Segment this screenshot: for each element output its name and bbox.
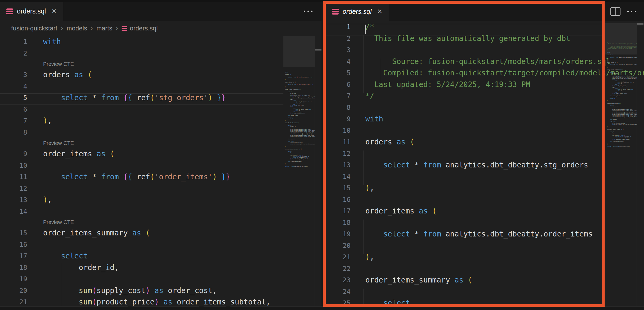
tab-orders-sql-compiled-preview[interactable]: orders.sql ✕ bbox=[326, 2, 389, 21]
right-code-editor[interactable]: 1234567891011121314151617181920212223242… bbox=[323, 21, 644, 310]
code-line: ), bbox=[0, 194, 321, 206]
code-lens-preview-cte-link[interactable]: Preview CTE bbox=[43, 219, 74, 225]
breadcrumb-item-file[interactable]: orders.sql bbox=[122, 25, 158, 32]
code-line: with bbox=[323, 113, 644, 125]
code-lens-row: Preview CTE bbox=[0, 59, 321, 69]
code-lens-row: Preview CTE bbox=[0, 138, 321, 148]
bottom-panel-edge bbox=[0, 306, 644, 310]
code-line: This file was automatically generated by… bbox=[323, 33, 644, 44]
code-line: sum(supply_cost) as order_cost, bbox=[0, 285, 321, 297]
code-line bbox=[323, 102, 644, 113]
code-line bbox=[0, 127, 321, 138]
right-tab-bar: orders.sql ✕ bbox=[323, 2, 644, 21]
vscode-window: orders.sql ✕ fusion-quickstart › models … bbox=[0, 0, 644, 310]
chevron-right-icon: › bbox=[61, 25, 63, 32]
breadcrumb-item-models[interactable]: models bbox=[67, 25, 87, 32]
breadcrumb-item-project[interactable]: fusion-quickstart bbox=[11, 25, 57, 32]
code-line: Compiled: fusion-quickstart/target/compi… bbox=[323, 67, 644, 79]
code-line bbox=[323, 217, 644, 229]
left-minimap[interactable]: with orders as ( select * from {{ ref('s… bbox=[283, 70, 315, 310]
code-line: ), bbox=[323, 182, 644, 194]
close-icon[interactable]: ✕ bbox=[52, 8, 57, 15]
tab-orders-sql-source[interactable]: orders.sql ✕ bbox=[0, 2, 63, 21]
left-code-editor[interactable]: 123456789101112131415161718192021 withPr… bbox=[0, 36, 321, 310]
right-minimap[interactable]: /* This file was automatically generated… bbox=[605, 40, 637, 310]
code-line: order_items_summary as ( bbox=[0, 227, 321, 239]
overview-ruler-cursor-marker bbox=[315, 49, 321, 51]
minimap-slider[interactable] bbox=[605, 23, 637, 54]
left-tab-bar: orders.sql ✕ bbox=[0, 2, 321, 21]
code-line: select bbox=[0, 250, 321, 262]
code-line: ), bbox=[323, 251, 644, 263]
code-line: /* bbox=[323, 21, 644, 33]
code-line bbox=[323, 148, 644, 159]
left-code-content: withPreview CTEorders as ( select * from… bbox=[0, 36, 321, 308]
right-editor-group: orders.sql ✕ 123456789101112131415161718… bbox=[323, 2, 644, 310]
code-line bbox=[323, 171, 644, 183]
more-actions-icon[interactable] bbox=[627, 11, 636, 12]
code-line bbox=[0, 273, 321, 285]
code-line: order_id, bbox=[0, 262, 321, 273]
code-line bbox=[0, 81, 321, 92]
code-line: order_items as ( bbox=[323, 205, 644, 217]
code-line: select * from {{ ref('order_items') }} bbox=[0, 171, 321, 183]
code-line bbox=[323, 286, 644, 298]
code-line: */ bbox=[323, 90, 644, 102]
breadcrumb-item-marts[interactable]: marts bbox=[96, 25, 112, 32]
breadcrumb-file-label: orders.sql bbox=[130, 25, 158, 32]
minimap-slider[interactable] bbox=[283, 36, 315, 67]
chevron-right-icon: › bbox=[91, 25, 93, 32]
code-line bbox=[323, 240, 644, 252]
breadcrumb: fusion-quickstart › models › marts › ord… bbox=[0, 21, 321, 36]
code-line: Last updated: 5/24/2025, 4:19:33 PM bbox=[323, 79, 644, 90]
code-line: order_items as ( bbox=[0, 148, 321, 160]
code-line: with bbox=[0, 36, 321, 48]
close-icon[interactable]: ✕ bbox=[377, 8, 382, 15]
code-lens-preview-cte-link[interactable]: Preview CTE bbox=[43, 140, 74, 146]
code-line bbox=[0, 206, 321, 217]
code-line bbox=[323, 263, 644, 275]
code-line bbox=[0, 239, 321, 250]
code-line: select * from analytics.dbt_dbeatty.stg_… bbox=[323, 159, 644, 171]
code-line: orders as ( bbox=[0, 69, 321, 81]
database-icon bbox=[332, 9, 339, 15]
chevron-right-icon: › bbox=[116, 25, 118, 32]
code-line bbox=[0, 183, 321, 194]
left-editor-group: orders.sql ✕ fusion-quickstart › models … bbox=[0, 2, 321, 310]
database-icon bbox=[122, 26, 127, 31]
database-icon bbox=[6, 8, 13, 14]
code-lens-preview-cte-link[interactable]: Preview CTE bbox=[43, 61, 74, 67]
tab-label: orders.sql bbox=[17, 7, 46, 15]
code-lens-row: Preview CTE bbox=[0, 217, 321, 227]
code-line: sum(product_price) as order_items_subtot… bbox=[0, 296, 321, 308]
code-line: ), bbox=[0, 115, 321, 127]
code-line: Source: fusion-quickstart/models/marts/o… bbox=[323, 56, 644, 67]
code-line bbox=[323, 125, 644, 136]
split-editor-icon[interactable] bbox=[610, 7, 620, 16]
window-top-strip bbox=[0, 0, 644, 2]
code-line bbox=[323, 194, 644, 206]
code-line: select * from analytics.dbt_dbeatty.orde… bbox=[323, 228, 644, 240]
overview-ruler-cursor-marker bbox=[637, 23, 643, 25]
code-line bbox=[0, 160, 321, 171]
code-line: orders as ( bbox=[323, 136, 644, 148]
code-line bbox=[0, 48, 321, 59]
code-line: select * from {{ ref('stg_orders') }} bbox=[0, 92, 321, 104]
code-line: order_items_summary as ( bbox=[323, 274, 644, 286]
tab-label: orders.sql bbox=[343, 8, 372, 15]
more-actions-icon[interactable] bbox=[304, 11, 312, 12]
code-line bbox=[323, 44, 644, 56]
code-line bbox=[0, 104, 321, 115]
right-code-content: /* This file was automatically generated… bbox=[323, 21, 644, 309]
